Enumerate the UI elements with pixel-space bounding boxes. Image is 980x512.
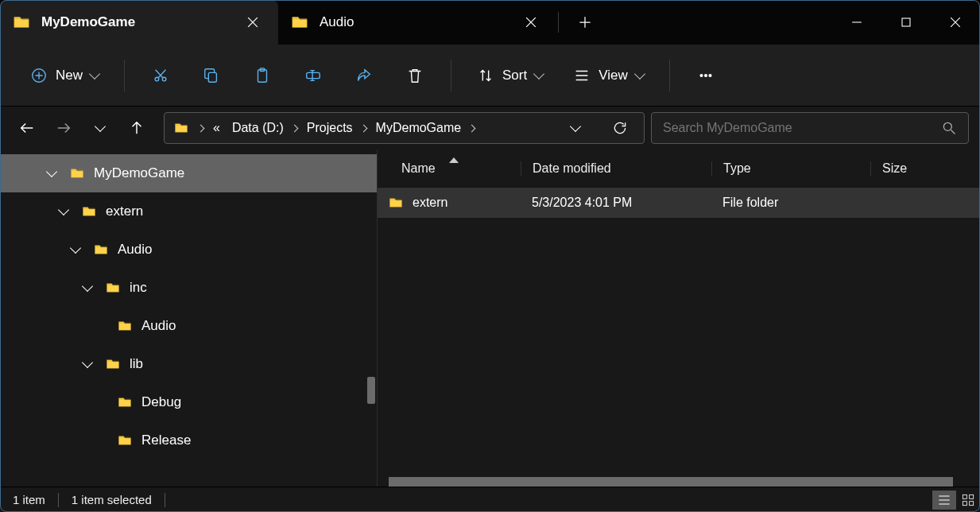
column-headers: Name Date modified Type Size <box>378 149 980 188</box>
tree-item-label: Audio <box>141 318 176 334</box>
svg-point-11 <box>943 122 951 130</box>
arrow-right-icon <box>55 119 72 137</box>
refresh-icon <box>612 120 628 136</box>
copy-button[interactable] <box>188 57 234 94</box>
chevron-right-icon <box>290 124 298 132</box>
ellipsis-icon <box>697 67 715 84</box>
new-label: New <box>56 68 83 83</box>
navigation-tree[interactable]: MyDemoGameexternAudioincAudiolibDebugRel… <box>0 149 378 487</box>
chevron-down-icon <box>533 68 544 79</box>
close-tab-button[interactable] <box>240 10 265 35</box>
chevron-down-icon <box>95 121 106 132</box>
svg-point-2 <box>155 77 159 81</box>
chevron-down-icon <box>82 281 93 292</box>
recent-button[interactable] <box>84 112 116 144</box>
vertical-scrollbar[interactable] <box>367 377 375 404</box>
rename-button[interactable] <box>290 57 336 94</box>
svg-point-8 <box>700 74 703 76</box>
breadcrumb-mydemogame[interactable]: MyDemoGame <box>376 121 462 135</box>
address-bar[interactable]: « Data (D:) Projects MyDemoGame <box>164 112 645 144</box>
separator <box>451 60 451 91</box>
breadcrumb-projects[interactable]: Projects <box>307 121 353 135</box>
chevron-down-icon <box>70 242 81 254</box>
tree-item-label: inc <box>130 280 147 296</box>
tree-item-lib[interactable]: lib <box>0 345 377 383</box>
cut-button[interactable] <box>138 57 184 94</box>
breadcrumb-data[interactable]: Data (D:) <box>232 121 284 135</box>
title-bar: MyDemoGame Audio <box>0 0 980 45</box>
command-bar: New Sort View <box>0 45 980 107</box>
breadcrumb-overflow[interactable]: « <box>213 121 220 135</box>
column-type[interactable]: Type <box>711 161 870 176</box>
delete-button[interactable] <box>392 57 438 94</box>
file-date: 5/3/2023 4:01 PM <box>521 196 711 210</box>
close-icon <box>947 14 963 30</box>
window-controls <box>832 0 980 45</box>
tree-item-audio[interactable]: Audio <box>0 307 377 345</box>
close-icon <box>523 14 539 30</box>
tree-item-label: Release <box>141 432 191 448</box>
tree-item-inc[interactable]: inc <box>0 269 377 307</box>
search-box[interactable] <box>651 112 969 144</box>
view-button[interactable]: View <box>560 57 657 94</box>
tab-title: Audio <box>320 14 507 30</box>
close-tab-button[interactable] <box>518 10 544 35</box>
address-row: « Data (D:) Projects MyDemoGame <box>0 107 980 149</box>
forward-button[interactable] <box>48 112 79 144</box>
paste-button[interactable] <box>239 57 285 94</box>
close-icon <box>245 14 261 30</box>
chevron-right-icon <box>468 124 476 132</box>
sort-icon <box>477 67 494 84</box>
up-button[interactable] <box>121 112 153 144</box>
share-button[interactable] <box>341 57 387 94</box>
plus-circle-icon <box>30 67 48 84</box>
view-icon <box>573 67 591 84</box>
svg-rect-13 <box>970 495 974 498</box>
thumbnails-icon <box>960 492 976 508</box>
svg-rect-7 <box>307 72 320 78</box>
tab-title: MyDemoGame <box>41 14 229 30</box>
chevron-down-icon <box>634 68 645 79</box>
column-size[interactable]: Size <box>870 161 950 176</box>
tree-item-debug[interactable]: Debug <box>0 383 377 421</box>
svg-point-3 <box>162 77 166 81</box>
new-tab-button[interactable] <box>567 0 603 45</box>
address-dropdown-button[interactable] <box>560 112 591 144</box>
refresh-button[interactable] <box>604 112 636 144</box>
sort-ascending-icon <box>449 157 459 163</box>
arrow-up-icon <box>128 119 145 137</box>
tree-item-release[interactable]: Release <box>0 421 377 460</box>
new-button[interactable]: New <box>17 57 111 94</box>
tree-item-audio[interactable]: Audio <box>0 231 377 269</box>
details-icon <box>936 492 952 508</box>
separator <box>165 493 165 507</box>
more-button[interactable] <box>683 57 729 94</box>
file-row[interactable]: extern5/3/2023 4:01 PMFile folder <box>378 188 980 218</box>
file-list-pane: Name Date modified Type Size extern5/3/2… <box>378 149 980 487</box>
horizontal-scrollbar[interactable] <box>389 477 953 487</box>
chevron-down-icon <box>82 357 93 368</box>
maximize-icon <box>898 14 914 30</box>
folder-icon <box>92 242 110 257</box>
search-input[interactable] <box>663 121 933 135</box>
search-icon <box>941 120 957 136</box>
svg-rect-4 <box>208 72 216 82</box>
svg-rect-0 <box>902 18 910 26</box>
sort-label: Sort <box>502 68 527 83</box>
details-view-button[interactable] <box>932 491 956 510</box>
tab-audio[interactable]: Audio <box>278 0 556 45</box>
column-date[interactable]: Date modified <box>521 161 711 176</box>
close-window-button[interactable] <box>931 0 980 45</box>
chevron-down-icon <box>58 204 69 215</box>
minimize-icon <box>849 14 865 30</box>
minimize-button[interactable] <box>832 0 881 45</box>
back-button[interactable] <box>11 112 43 144</box>
tree-item-mydemogame[interactable]: MyDemoGame <box>0 154 377 192</box>
tree-item-extern[interactable]: extern <box>0 192 377 231</box>
tab-mydemogame[interactable]: MyDemoGame <box>0 0 278 45</box>
chevron-down-icon <box>89 68 100 79</box>
maximize-button[interactable] <box>881 0 931 45</box>
column-name[interactable]: Name <box>378 161 521 176</box>
sort-button[interactable]: Sort <box>464 57 556 94</box>
thumbnails-view-button[interactable] <box>956 491 980 510</box>
